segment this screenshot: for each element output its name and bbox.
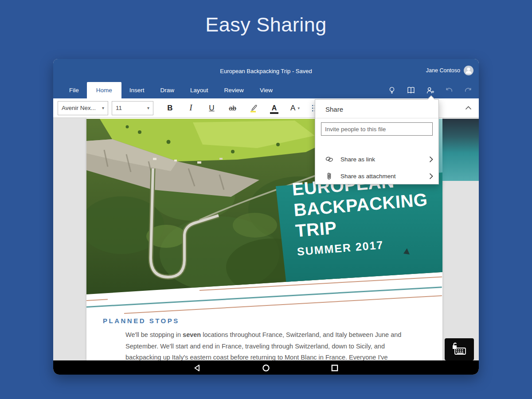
chevron-down-icon: ▾ <box>102 106 104 110</box>
doc-section-heading[interactable]: PLANNED STOPS <box>103 317 180 325</box>
photo-bleed-right <box>442 119 479 181</box>
font-size-dropdown[interactable]: 11▾ <box>112 101 153 115</box>
keyboard-unlock-icon <box>451 342 468 356</box>
document-title: European Backpacking Trip - Saved <box>53 59 479 82</box>
accent-line-salmon-stub <box>86 299 108 301</box>
person-icon <box>464 66 473 75</box>
redo-icon[interactable] <box>464 86 473 95</box>
text-effects-letter: A <box>290 104 295 113</box>
keyboard-toggle-button[interactable] <box>445 338 474 360</box>
font-color-button[interactable]: A <box>264 100 285 116</box>
doc-paragraph-bold: seven <box>183 331 201 338</box>
tab-draw[interactable]: Draw <box>153 82 183 98</box>
chevron-right-icon <box>429 156 433 163</box>
text-effects-button[interactable]: A ▾ <box>285 100 305 116</box>
strikethrough-label: ab <box>229 104 236 112</box>
font-color-letter: A <box>272 104 277 112</box>
strikethrough-button[interactable]: ab <box>222 100 243 116</box>
highlighter-button[interactable] <box>243 100 264 116</box>
hero-title: Easy Sharing <box>0 13 532 36</box>
word-app-window: European Backpacking Trip - Saved Jane C… <box>53 59 479 375</box>
back-button[interactable] <box>193 364 201 372</box>
italic-button[interactable]: I <box>180 100 201 116</box>
account-area[interactable]: Jane Contoso <box>426 59 473 82</box>
invite-people-input[interactable] <box>321 122 433 136</box>
accent-line-salmon-lower <box>124 295 442 314</box>
invite-field-wrap <box>321 122 433 136</box>
doc-paragraph[interactable]: We'll be stopping in seven locations thr… <box>125 329 422 360</box>
share-as-link-row[interactable]: Share as link <box>321 152 433 166</box>
tab-insert[interactable]: Insert <box>121 82 153 98</box>
chevron-down-icon: ▾ <box>297 106 300 110</box>
tab-file[interactable]: File <box>61 82 87 98</box>
tab-review[interactable]: Review <box>216 82 252 98</box>
collapse-ribbon-button[interactable] <box>465 104 472 112</box>
share-popup-title: Share <box>315 100 438 118</box>
ribbon-tab-row: File Home Insert Draw Layout Review View <box>53 82 479 98</box>
titlebar: European Backpacking Trip - Saved Jane C… <box>53 59 479 82</box>
font-name-value: Avenir Nex... <box>62 105 96 111</box>
share-person-icon[interactable] <box>426 86 434 95</box>
share-as-link-label: Share as link <box>340 156 429 163</box>
paperclip-icon <box>325 172 334 180</box>
share-as-attachment-label: Share as attachment <box>340 173 429 180</box>
tab-home[interactable]: Home <box>87 82 121 98</box>
share-as-attachment-row[interactable]: Share as attachment <box>321 169 433 183</box>
home-button[interactable] <box>262 364 270 372</box>
lightbulb-icon[interactable] <box>387 86 396 95</box>
share-popup: Share Share as link Share as attachment <box>315 99 439 184</box>
font-size-value: 11 <box>116 105 122 111</box>
doc-paragraph-part1: We'll be stopping in <box>125 331 183 338</box>
highlighter-pen-icon <box>249 103 258 113</box>
android-navbar <box>53 360 479 375</box>
font-name-dropdown[interactable]: Avenir Nex...▾ <box>58 101 108 115</box>
avatar[interactable] <box>464 66 473 75</box>
read-mode-book-icon[interactable] <box>407 86 415 95</box>
screenshot-root: { "hero": { "title": "Easy Sharing" }, "… <box>0 0 532 399</box>
underline-button[interactable]: U <box>201 100 222 116</box>
chevron-right-icon <box>429 173 433 180</box>
font-color-bar <box>270 112 278 114</box>
link-icon <box>325 155 334 164</box>
recents-button[interactable] <box>331 364 339 372</box>
bold-button[interactable]: B <box>160 100 180 116</box>
chevron-up-icon <box>465 106 472 110</box>
tab-view[interactable]: View <box>252 82 281 98</box>
chevron-down-icon: ▾ <box>147 106 149 110</box>
undo-icon[interactable] <box>445 86 454 95</box>
account-name: Jane Contoso <box>426 67 460 74</box>
tab-layout[interactable]: Layout <box>182 82 216 98</box>
